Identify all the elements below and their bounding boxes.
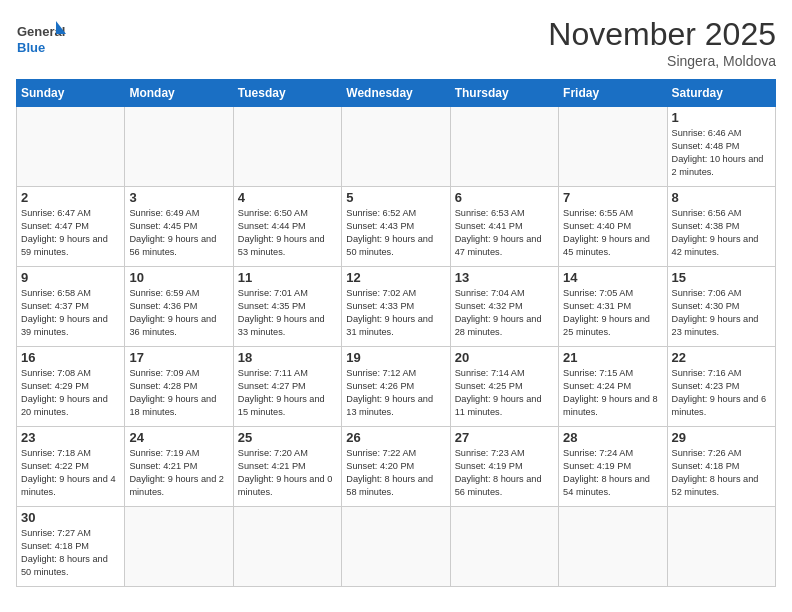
day-info: Sunrise: 6:56 AM Sunset: 4:38 PM Dayligh… — [672, 207, 771, 259]
calendar-week-row: 1Sunrise: 6:46 AM Sunset: 4:48 PM Daylig… — [17, 107, 776, 187]
day-of-week-header: Thursday — [450, 80, 558, 107]
day-number: 13 — [455, 270, 554, 285]
page-header: General Blue November 2025 Singera, Mold… — [16, 16, 776, 69]
calendar-day-cell: 20Sunrise: 7:14 AM Sunset: 4:25 PM Dayli… — [450, 347, 558, 427]
day-number: 30 — [21, 510, 120, 525]
calendar-day-cell: 6Sunrise: 6:53 AM Sunset: 4:41 PM Daylig… — [450, 187, 558, 267]
day-of-week-header: Friday — [559, 80, 667, 107]
day-of-week-header: Monday — [125, 80, 233, 107]
location-subtitle: Singera, Moldova — [548, 53, 776, 69]
day-number: 27 — [455, 430, 554, 445]
day-number: 18 — [238, 350, 337, 365]
calendar-week-row: 9Sunrise: 6:58 AM Sunset: 4:37 PM Daylig… — [17, 267, 776, 347]
day-number: 15 — [672, 270, 771, 285]
day-info: Sunrise: 6:52 AM Sunset: 4:43 PM Dayligh… — [346, 207, 445, 259]
calendar-week-row: 16Sunrise: 7:08 AM Sunset: 4:29 PM Dayli… — [17, 347, 776, 427]
day-number: 29 — [672, 430, 771, 445]
day-number: 24 — [129, 430, 228, 445]
calendar-day-cell: 22Sunrise: 7:16 AM Sunset: 4:23 PM Dayli… — [667, 347, 775, 427]
calendar-day-cell — [450, 507, 558, 587]
calendar-day-cell: 28Sunrise: 7:24 AM Sunset: 4:19 PM Dayli… — [559, 427, 667, 507]
day-info: Sunrise: 7:08 AM Sunset: 4:29 PM Dayligh… — [21, 367, 120, 419]
day-number: 17 — [129, 350, 228, 365]
calendar-day-cell: 19Sunrise: 7:12 AM Sunset: 4:26 PM Dayli… — [342, 347, 450, 427]
calendar-day-cell: 8Sunrise: 6:56 AM Sunset: 4:38 PM Daylig… — [667, 187, 775, 267]
calendar-day-cell: 27Sunrise: 7:23 AM Sunset: 4:19 PM Dayli… — [450, 427, 558, 507]
day-number: 4 — [238, 190, 337, 205]
calendar-day-cell — [233, 107, 341, 187]
day-info: Sunrise: 7:16 AM Sunset: 4:23 PM Dayligh… — [672, 367, 771, 419]
calendar-day-cell — [125, 507, 233, 587]
calendar-day-cell — [233, 507, 341, 587]
calendar-day-cell: 14Sunrise: 7:05 AM Sunset: 4:31 PM Dayli… — [559, 267, 667, 347]
day-info: Sunrise: 7:11 AM Sunset: 4:27 PM Dayligh… — [238, 367, 337, 419]
day-number: 2 — [21, 190, 120, 205]
calendar-day-cell: 10Sunrise: 6:59 AM Sunset: 4:36 PM Dayli… — [125, 267, 233, 347]
day-info: Sunrise: 7:23 AM Sunset: 4:19 PM Dayligh… — [455, 447, 554, 499]
day-number: 21 — [563, 350, 662, 365]
calendar-day-cell — [559, 107, 667, 187]
calendar-day-cell: 13Sunrise: 7:04 AM Sunset: 4:32 PM Dayli… — [450, 267, 558, 347]
day-number: 5 — [346, 190, 445, 205]
day-info: Sunrise: 6:59 AM Sunset: 4:36 PM Dayligh… — [129, 287, 228, 339]
day-info: Sunrise: 6:46 AM Sunset: 4:48 PM Dayligh… — [672, 127, 771, 179]
day-number: 1 — [672, 110, 771, 125]
day-number: 26 — [346, 430, 445, 445]
calendar-day-cell: 25Sunrise: 7:20 AM Sunset: 4:21 PM Dayli… — [233, 427, 341, 507]
calendar-day-cell: 3Sunrise: 6:49 AM Sunset: 4:45 PM Daylig… — [125, 187, 233, 267]
calendar-day-cell — [559, 507, 667, 587]
calendar-day-cell: 29Sunrise: 7:26 AM Sunset: 4:18 PM Dayli… — [667, 427, 775, 507]
calendar-day-cell: 21Sunrise: 7:15 AM Sunset: 4:24 PM Dayli… — [559, 347, 667, 427]
day-info: Sunrise: 7:19 AM Sunset: 4:21 PM Dayligh… — [129, 447, 228, 499]
day-info: Sunrise: 6:49 AM Sunset: 4:45 PM Dayligh… — [129, 207, 228, 259]
day-number: 3 — [129, 190, 228, 205]
day-number: 7 — [563, 190, 662, 205]
calendar-day-cell: 2Sunrise: 6:47 AM Sunset: 4:47 PM Daylig… — [17, 187, 125, 267]
day-info: Sunrise: 7:27 AM Sunset: 4:18 PM Dayligh… — [21, 527, 120, 579]
day-number: 12 — [346, 270, 445, 285]
calendar-day-cell: 17Sunrise: 7:09 AM Sunset: 4:28 PM Dayli… — [125, 347, 233, 427]
calendar-day-cell — [342, 107, 450, 187]
day-info: Sunrise: 7:26 AM Sunset: 4:18 PM Dayligh… — [672, 447, 771, 499]
day-number: 28 — [563, 430, 662, 445]
calendar-day-cell — [667, 507, 775, 587]
day-number: 6 — [455, 190, 554, 205]
calendar-day-cell: 16Sunrise: 7:08 AM Sunset: 4:29 PM Dayli… — [17, 347, 125, 427]
day-info: Sunrise: 7:15 AM Sunset: 4:24 PM Dayligh… — [563, 367, 662, 419]
calendar-day-cell: 23Sunrise: 7:18 AM Sunset: 4:22 PM Dayli… — [17, 427, 125, 507]
day-info: Sunrise: 6:55 AM Sunset: 4:40 PM Dayligh… — [563, 207, 662, 259]
calendar-day-cell: 24Sunrise: 7:19 AM Sunset: 4:21 PM Dayli… — [125, 427, 233, 507]
day-of-week-header: Saturday — [667, 80, 775, 107]
day-number: 19 — [346, 350, 445, 365]
calendar-day-cell: 5Sunrise: 6:52 AM Sunset: 4:43 PM Daylig… — [342, 187, 450, 267]
day-of-week-header: Sunday — [17, 80, 125, 107]
calendar-day-cell: 7Sunrise: 6:55 AM Sunset: 4:40 PM Daylig… — [559, 187, 667, 267]
day-info: Sunrise: 6:58 AM Sunset: 4:37 PM Dayligh… — [21, 287, 120, 339]
day-info: Sunrise: 7:12 AM Sunset: 4:26 PM Dayligh… — [346, 367, 445, 419]
calendar-day-cell — [450, 107, 558, 187]
logo: General Blue — [16, 16, 66, 66]
calendar-day-cell: 12Sunrise: 7:02 AM Sunset: 4:33 PM Dayli… — [342, 267, 450, 347]
day-number: 9 — [21, 270, 120, 285]
calendar-header-row: SundayMondayTuesdayWednesdayThursdayFrid… — [17, 80, 776, 107]
day-number: 10 — [129, 270, 228, 285]
day-info: Sunrise: 6:50 AM Sunset: 4:44 PM Dayligh… — [238, 207, 337, 259]
calendar-day-cell: 9Sunrise: 6:58 AM Sunset: 4:37 PM Daylig… — [17, 267, 125, 347]
month-title: November 2025 — [548, 16, 776, 53]
day-number: 11 — [238, 270, 337, 285]
day-info: Sunrise: 7:18 AM Sunset: 4:22 PM Dayligh… — [21, 447, 120, 499]
calendar-week-row: 23Sunrise: 7:18 AM Sunset: 4:22 PM Dayli… — [17, 427, 776, 507]
calendar-day-cell: 11Sunrise: 7:01 AM Sunset: 4:35 PM Dayli… — [233, 267, 341, 347]
day-info: Sunrise: 7:09 AM Sunset: 4:28 PM Dayligh… — [129, 367, 228, 419]
calendar-week-row: 2Sunrise: 6:47 AM Sunset: 4:47 PM Daylig… — [17, 187, 776, 267]
calendar-day-cell: 4Sunrise: 6:50 AM Sunset: 4:44 PM Daylig… — [233, 187, 341, 267]
calendar-day-cell: 26Sunrise: 7:22 AM Sunset: 4:20 PM Dayli… — [342, 427, 450, 507]
day-info: Sunrise: 7:24 AM Sunset: 4:19 PM Dayligh… — [563, 447, 662, 499]
calendar-day-cell: 18Sunrise: 7:11 AM Sunset: 4:27 PM Dayli… — [233, 347, 341, 427]
calendar-day-cell: 30Sunrise: 7:27 AM Sunset: 4:18 PM Dayli… — [17, 507, 125, 587]
day-of-week-header: Tuesday — [233, 80, 341, 107]
day-info: Sunrise: 7:06 AM Sunset: 4:30 PM Dayligh… — [672, 287, 771, 339]
title-block: November 2025 Singera, Moldova — [548, 16, 776, 69]
day-number: 25 — [238, 430, 337, 445]
calendar-week-row: 30Sunrise: 7:27 AM Sunset: 4:18 PM Dayli… — [17, 507, 776, 587]
